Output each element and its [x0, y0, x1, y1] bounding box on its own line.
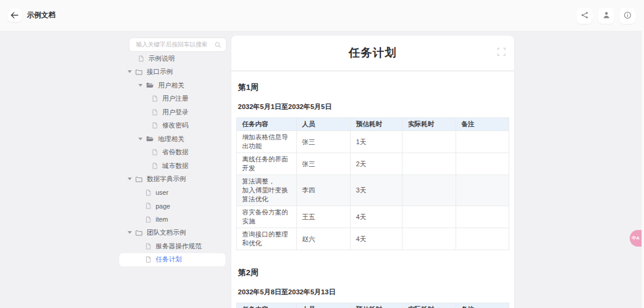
sidebar-item-server-ops-spec[interactable]: 服务器操作规范	[119, 239, 227, 253]
doc-icon	[151, 163, 158, 169]
sidebar-item-item[interactable]: item	[119, 213, 227, 226]
sidebar-tree: 示例说明接口示例用户相关用户注册用户登录修改密码地理相关省份数据城市数据数据字典…	[119, 52, 227, 266]
sidebar-item-city-data[interactable]: 城市数据	[119, 159, 227, 173]
sidebar-item-team-docs-examples[interactable]: 团队文档示例	[119, 226, 227, 240]
column-header: 实际耗时	[402, 118, 456, 131]
table-cell: 3天	[351, 175, 402, 206]
search-box	[129, 38, 227, 52]
sidebar-item-label: user	[156, 189, 168, 196]
table-cell	[456, 131, 509, 153]
caret-down-icon[interactable]	[138, 84, 143, 87]
sidebar-item-label: item	[156, 216, 168, 223]
table-cell: 增加表格信息导出功能	[237, 131, 297, 153]
folder-closed-icon	[135, 69, 143, 75]
table-header-row: 任务内容人员预估耗时实际耗时备注	[237, 303, 509, 308]
info-icon	[624, 11, 631, 21]
sidebar-item-page[interactable]: page	[119, 200, 227, 213]
sidebar-item-data-dict-examples[interactable]: 数据字典示例	[119, 173, 227, 186]
sidebar-item-label: 地理相关	[158, 135, 184, 144]
share-button[interactable]	[577, 8, 593, 24]
sidebar-item-label: 修改密码	[162, 121, 188, 130]
table-cell	[456, 175, 509, 206]
sidebar-item-label: 数据字典示例	[147, 175, 186, 183]
caret-down-icon[interactable]	[128, 178, 132, 181]
sidebar-item-label: 接口示例	[147, 67, 173, 76]
page-title: 示例文档	[27, 10, 55, 20]
document-title: 任务计划	[349, 45, 397, 61]
user-button[interactable]	[598, 8, 614, 24]
table-cell: 张三	[296, 131, 350, 153]
sidebar: 示例说明接口示例用户相关用户注册用户登录修改密码地理相关省份数据城市数据数据字典…	[119, 31, 227, 308]
column-header: 预估耗时	[351, 118, 402, 131]
doc-icon	[145, 256, 151, 263]
table-cell: 算法调整， 加入傅里叶变换算法优化	[237, 175, 297, 206]
caret-down-icon[interactable]	[128, 70, 132, 73]
table-cell: 2天	[351, 153, 402, 175]
column-header: 任务内容	[237, 303, 297, 308]
caret-down-icon[interactable]	[128, 231, 132, 234]
column-header: 人员	[296, 303, 350, 308]
fullscreen-icon	[497, 48, 506, 56]
doc-icon	[151, 109, 158, 116]
sidebar-item-change-password[interactable]: 修改密码	[119, 119, 227, 133]
table-cell	[456, 228, 509, 250]
sidebar-item-sample-intro[interactable]: 示例说明	[119, 52, 227, 66]
back-button[interactable]	[8, 8, 21, 22]
table-row: 增加表格信息导出功能张三1天	[237, 131, 509, 153]
sidebar-item-api-examples[interactable]: 接口示例	[119, 66, 227, 79]
sidebar-item-label: 服务器操作规范	[156, 242, 202, 251]
column-header: 任务内容	[237, 118, 297, 131]
folder-closed-icon	[135, 230, 143, 236]
sidebar-item-user-related[interactable]: 用户相关	[119, 79, 227, 92]
topbar: 示例文档	[0, 0, 644, 32]
doc-icon	[145, 189, 151, 196]
sidebar-item-user-register[interactable]: 用户注册	[119, 92, 227, 106]
search-input[interactable]	[135, 41, 213, 48]
translate-fab-button[interactable]: 中A	[630, 230, 642, 247]
table-row: 算法调整， 加入傅里叶变换算法优化李四3天	[237, 175, 509, 206]
sidebar-item-geo-related[interactable]: 地理相关	[119, 132, 227, 146]
column-header: 实际耗时	[402, 303, 456, 308]
sidebar-item-label: 示例说明	[148, 54, 175, 63]
sidebar-item-label: 用户相关	[158, 81, 184, 90]
table-cell	[402, 206, 456, 228]
scrollbar-track[interactable]	[642, 31, 644, 308]
document-header: 任务计划	[231, 36, 514, 71]
table-row: 离线任务的界面开发张三2天	[237, 153, 509, 175]
share-icon	[581, 11, 589, 21]
search-icon	[215, 42, 221, 48]
fullscreen-button[interactable]	[497, 48, 506, 56]
user-icon	[603, 11, 610, 21]
sidebar-item-task-plan[interactable]: 任务计划	[119, 253, 225, 267]
back-arrow-icon	[11, 10, 18, 21]
translate-icon: 中A	[632, 235, 640, 241]
doc-icon	[151, 122, 158, 129]
folder-closed-icon	[135, 176, 143, 182]
table-cell	[402, 228, 456, 250]
table-cell	[456, 206, 509, 228]
table-cell: 4天	[351, 206, 402, 228]
info-button[interactable]	[620, 8, 636, 24]
sidebar-item-province-data[interactable]: 省份数据	[119, 146, 227, 160]
caret-down-icon[interactable]	[138, 138, 143, 141]
table-cell: 李四	[296, 175, 350, 206]
task-table-week2: 任务内容人员预估耗时实际耗时备注增加表格信息导出功能张三1天离线任务的界面开发张…	[236, 303, 509, 308]
table-cell	[402, 153, 456, 175]
table-cell	[456, 153, 509, 175]
doc-icon	[151, 95, 158, 102]
doc-icon	[145, 216, 151, 223]
topbar-actions	[577, 8, 636, 24]
sidebar-item-user[interactable]: user	[119, 186, 227, 200]
section-date-range: 2032年5月8日至2032年5月13日	[238, 288, 509, 297]
column-header: 备注	[456, 118, 509, 131]
sidebar-item-label: 任务计划	[156, 255, 182, 264]
section-date-range: 2032年5月1日至2032年5月5日	[238, 102, 509, 111]
table-cell	[402, 175, 456, 206]
sidebar-item-user-login[interactable]: 用户登录	[119, 105, 227, 119]
task-table-week1: 任务内容人员预估耗时实际耗时备注增加表格信息导出功能张三1天离线任务的界面开发张…	[236, 117, 509, 250]
sidebar-item-label: 用户注册	[162, 94, 188, 103]
table-cell: 离线任务的界面开发	[237, 153, 297, 175]
table-row: 查询接口的整理和优化赵六4天	[237, 228, 509, 250]
table-row: 容灾备份方案的实施王五4天	[237, 206, 509, 228]
sidebar-item-label: 团队文档示例	[147, 228, 186, 237]
